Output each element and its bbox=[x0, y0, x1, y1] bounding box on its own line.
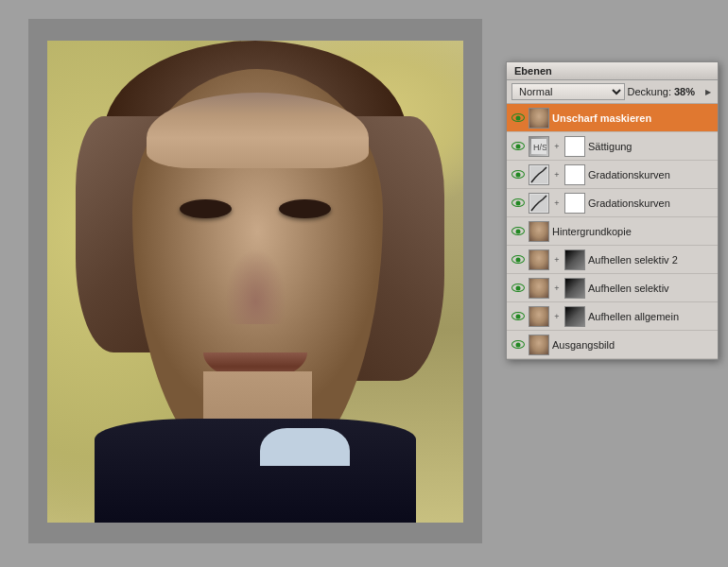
layer-name: Hintergrundkopie bbox=[552, 226, 714, 237]
visibility-icon[interactable] bbox=[511, 283, 526, 294]
eye-right bbox=[279, 199, 331, 218]
opacity-label: Deckung: bbox=[628, 86, 671, 97]
visibility-icon[interactable] bbox=[511, 112, 526, 124]
link-icon: + bbox=[552, 312, 562, 321]
layer-thumbnail bbox=[529, 221, 549, 242]
layer-row[interactable]: Hintergrundkopie bbox=[507, 217, 718, 246]
layer-mask-thumbnail bbox=[564, 193, 585, 214]
visibility-icon[interactable] bbox=[511, 226, 526, 237]
layers-toolbar: Normal Deckung: 38% ▶ bbox=[507, 80, 718, 104]
layer-row[interactable]: + Aufhellen allgemein bbox=[507, 302, 718, 331]
layer-thumbnail bbox=[529, 278, 549, 299]
layer-mask-thumbnail bbox=[564, 136, 585, 157]
layer-row[interactable]: + Gradationskurven bbox=[507, 161, 718, 189]
visibility-icon[interactable] bbox=[511, 198, 526, 209]
photo-canvas bbox=[47, 41, 463, 523]
visibility-icon[interactable] bbox=[511, 339, 526, 351]
shirt bbox=[95, 419, 416, 523]
layer-thumbnail: H/S bbox=[529, 136, 549, 157]
link-icon: + bbox=[552, 170, 562, 180]
svg-text:H/S: H/S bbox=[533, 143, 546, 152]
layer-thumbnail bbox=[529, 335, 549, 355]
layer-name: Gradationskurven bbox=[588, 169, 714, 180]
layer-mask-thumbnail bbox=[564, 164, 585, 185]
collar bbox=[260, 428, 350, 466]
layer-name: Unscharf maskieren bbox=[552, 112, 714, 124]
opacity-arrow[interactable]: ▶ bbox=[703, 85, 713, 98]
layer-thumbnail bbox=[529, 108, 549, 129]
layer-name: Aufhellen allgemein bbox=[588, 311, 714, 322]
layer-name: Aufhellen selektiv bbox=[588, 283, 714, 294]
visibility-icon[interactable] bbox=[511, 141, 526, 152]
layers-panel-title: Ebenen bbox=[507, 62, 718, 80]
layer-name: Aufhellen selektiv 2 bbox=[588, 254, 714, 266]
layer-thumbnail bbox=[529, 193, 549, 214]
opacity-value: 38% bbox=[674, 86, 701, 97]
layer-thumbnail bbox=[529, 249, 549, 270]
layers-panel: Ebenen Normal Deckung: 38% ▶ Unscharf ma… bbox=[506, 61, 719, 360]
layer-name: Sättigung bbox=[588, 141, 714, 152]
layer-row[interactable]: H/S + Sättigung bbox=[507, 132, 718, 161]
nose bbox=[225, 249, 286, 324]
photo-background bbox=[47, 41, 463, 523]
link-icon: + bbox=[552, 198, 562, 208]
layer-row[interactable]: Ausgangsbild bbox=[507, 331, 718, 359]
layer-mask-thumbnail bbox=[564, 278, 585, 299]
layer-name: Gradationskurven bbox=[588, 198, 714, 209]
visibility-icon[interactable] bbox=[511, 254, 526, 266]
visibility-icon[interactable] bbox=[511, 169, 526, 180]
visibility-icon[interactable] bbox=[511, 311, 526, 322]
layer-row[interactable]: Unscharf maskieren bbox=[507, 104, 718, 132]
layers-title-label: Ebenen bbox=[514, 65, 552, 77]
canvas-area bbox=[28, 19, 482, 543]
layer-thumbnail bbox=[529, 306, 549, 327]
layers-list-container: Unscharf maskieren H/S + bbox=[507, 104, 718, 359]
layer-row[interactable]: + Gradationskurven bbox=[507, 189, 718, 217]
link-icon: + bbox=[552, 284, 562, 293]
link-icon: + bbox=[552, 255, 562, 265]
blend-mode-select[interactable]: Normal bbox=[511, 83, 625, 100]
layer-mask-thumbnail bbox=[564, 306, 585, 327]
layer-row[interactable]: + Aufhellen selektiv 2 bbox=[507, 246, 718, 274]
layer-mask-thumbnail bbox=[564, 249, 585, 270]
layer-thumbnail bbox=[529, 164, 549, 185]
link-icon: + bbox=[552, 142, 562, 151]
eye-left bbox=[180, 199, 232, 218]
layers-list: Unscharf maskieren H/S + bbox=[507, 104, 718, 359]
layer-name: Ausgangsbild bbox=[552, 339, 714, 351]
layer-row[interactable]: + Aufhellen selektiv bbox=[507, 274, 718, 302]
